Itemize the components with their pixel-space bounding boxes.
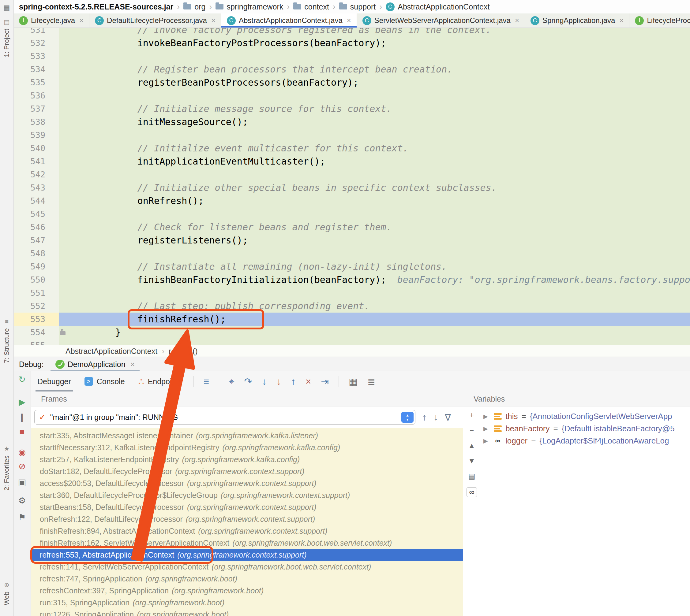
line-number[interactable]: 551 <box>14 286 59 300</box>
line-number[interactable]: 531 <box>14 27 59 37</box>
line-number[interactable]: 534 <box>14 63 59 76</box>
step-out-button[interactable]: ↑ <box>291 377 296 386</box>
frame-row[interactable]: finishRefresh:894, AbstractApplicationCo… <box>30 525 463 537</box>
close-icon[interactable]: × <box>211 16 215 25</box>
code-line[interactable]: 553 finishRefresh(); <box>14 313 690 326</box>
editor-tab-lifecycle-java[interactable]: I Lifecycle.java × <box>14 14 89 27</box>
close-icon[interactable]: × <box>347 16 351 25</box>
breadcrumb-item[interactable]: org <box>183 2 205 11</box>
code-line[interactable]: 532 invokeBeanFactoryPostProcessors(bean… <box>14 37 690 49</box>
line-number[interactable]: 545 <box>14 207 59 221</box>
close-icon[interactable]: × <box>130 360 135 369</box>
editor-tab-abstractapplicationcontext-java[interactable]: C AbstractApplicationContext.java × <box>221 14 357 27</box>
frame-row[interactable]: startBeans:158, DefaultLifecycleProcesso… <box>30 501 463 513</box>
frame-row[interactable]: onRefresh:122, DefaultLifecycleProcessor… <box>30 513 463 525</box>
stop-button[interactable]: ■ <box>14 427 30 437</box>
editor-tab-lifecycleprocess[interactable]: I LifecycleProcess × <box>629 14 690 27</box>
code-line[interactable]: 541 initApplicationEventMulticaster(); <box>14 155 690 168</box>
force-step-into-button[interactable]: ↓ <box>276 377 281 386</box>
breadcrumb-item[interactable]: spring-context-5.2.5.RELEASE-sources.jar <box>19 2 173 11</box>
frame-row[interactable]: run:315, SpringApplication (org.springfr… <box>30 597 463 609</box>
frame-row[interactable]: doStart:182, DefaultLifecycleProcessor (… <box>30 465 463 478</box>
breadcrumb-item[interactable]: support <box>339 2 376 11</box>
line-number[interactable]: 548 <box>14 247 59 260</box>
variable-row-this[interactable]: ▶ this = {AnnotationConfigServletWebServ… <box>483 410 690 422</box>
code-line[interactable]: 540 // Initialize event multicaster for … <box>14 141 690 155</box>
code-line[interactable]: 555 <box>14 339 690 345</box>
filter-frames-button[interactable]: ∇ <box>445 412 451 423</box>
resume-button[interactable]: ▶ <box>14 397 30 407</box>
breadcrumb-item-abstractapplicationcontext[interactable]: AbstractApplicationContext <box>65 347 158 356</box>
view-breakpoints-button[interactable]: ◉ <box>14 447 30 457</box>
editor-tab-springapplication-java[interactable]: C SpringApplication.java × <box>525 14 630 27</box>
thread-dump-button[interactable]: ▣ <box>14 477 30 487</box>
dropdown-stepper-icon[interactable]: ▴ ▾ <box>401 412 414 423</box>
layout-button[interactable]: ≡ <box>204 377 209 386</box>
breadcrumb-item[interactable]: context <box>293 2 329 11</box>
code-line[interactable]: 533 <box>14 49 690 63</box>
breadcrumb-item[interactable]: C AbstractApplicationContext <box>386 2 489 11</box>
frame-row[interactable]: start:257, KafkaListenerEndpointRegistry… <box>30 454 463 465</box>
frame-row[interactable]: refresh:141, ServletWebServerApplication… <box>30 561 463 573</box>
code-line[interactable]: 544 onRefresh(); <box>14 194 690 207</box>
code-line[interactable]: 535 registerBeanPostProcessors(beanFacto… <box>14 76 690 89</box>
code-line[interactable]: 549 // Instantiate all remaining (non-la… <box>14 260 690 273</box>
frame-row[interactable]: finishRefresh:162, ServletWebServerAppli… <box>30 537 463 549</box>
line-number[interactable]: 546 <box>14 221 59 234</box>
code-line[interactable]: 539 <box>14 129 690 141</box>
code-line[interactable]: 551 <box>14 286 690 300</box>
copy-value-button[interactable]: ▤ <box>468 472 475 481</box>
editor-tab-servletwebserverapplicationcontext-java[interactable]: C ServletWebServerApplicationContext.jav… <box>357 14 525 27</box>
line-number[interactable]: 552 <box>14 300 59 313</box>
code-line[interactable]: 538 initMessageSource(); <box>14 115 690 129</box>
code-editor[interactable]: 531 // Invoke factory processors registe… <box>14 27 690 345</box>
code-line[interactable]: 531 // Invoke factory processors registe… <box>14 27 690 37</box>
code-line[interactable]: 542 <box>14 168 690 181</box>
stripe-button-web[interactable]: ⊕ Web <box>0 581 14 605</box>
line-number[interactable]: 543 <box>14 181 59 194</box>
frame-row[interactable]: refresh:553, AbstractApplicationContext … <box>30 549 463 561</box>
stripe-button-2-favorites[interactable]: ★ 2: Favorites <box>0 445 14 490</box>
frame-row[interactable]: start:360, DefaultLifecycleProcessor$Lif… <box>30 489 463 501</box>
previous-frame-button[interactable]: ↑ <box>422 412 427 422</box>
line-number[interactable]: 553 <box>14 313 59 326</box>
variable-row-logger[interactable]: ▶ ∞ logger = {LogAdapter$Slf4jLocationAw… <box>483 435 690 447</box>
line-number[interactable]: 544 <box>14 194 59 207</box>
frame-row[interactable]: run:1226, SpringApplication (org.springf… <box>30 609 463 616</box>
thread-selector-dropdown[interactable]: ✓ "main"@1 in group "main": RUNNING ▴ ▾ <box>34 410 415 424</box>
code-line[interactable]: 543 // Initialize other special beans in… <box>14 181 690 194</box>
breadcrumb-item[interactable]: springframework <box>215 2 283 11</box>
code-line[interactable]: 534 // Register bean processors that int… <box>14 63 690 76</box>
stripe-button-7-structure[interactable]: ≡ 7: Structure <box>0 318 14 363</box>
frame-row[interactable]: refresh:747, SpringApplication (org.spri… <box>30 573 463 585</box>
line-number[interactable]: 539 <box>14 129 59 141</box>
navigate-up-button[interactable]: ▲ <box>468 441 475 450</box>
expand-arrow-icon[interactable]: ▶ <box>483 437 490 444</box>
navigate-down-button[interactable]: ▼ <box>468 457 475 465</box>
code-line[interactable]: 546 // Check for listener beans and regi… <box>14 221 690 234</box>
step-over-button[interactable]: ↷ <box>244 377 252 386</box>
expand-arrow-icon[interactable]: ▶ <box>483 413 490 420</box>
line-number[interactable]: 555 <box>14 339 59 345</box>
line-number[interactable]: 538 <box>14 115 59 129</box>
view-options-button[interactable]: ▦ <box>349 377 358 386</box>
tool-windows-icon[interactable]: ▦ <box>0 4 14 12</box>
debug-tab-debugger[interactable]: Debugger <box>36 371 73 392</box>
drop-frame-button[interactable]: × <box>306 377 311 386</box>
frame-row[interactable]: start:335, AbstractMessageListenerContai… <box>30 430 463 442</box>
close-icon[interactable]: × <box>79 16 84 25</box>
frame-row[interactable]: startIfNecessary:312, KafkaListenerEndpo… <box>30 442 463 454</box>
add-watch-button[interactable]: + <box>469 411 474 419</box>
code-line[interactable]: 536 <box>14 89 690 102</box>
rerun-button[interactable]: ↻ <box>14 374 30 384</box>
line-number[interactable]: 549 <box>14 260 59 273</box>
code-line[interactable]: 552 // Last step: publish corresponding … <box>14 300 690 313</box>
line-number[interactable]: 554 <box>14 326 59 339</box>
line-number[interactable]: 550 <box>14 273 59 286</box>
settings-button[interactable]: ⚙ <box>14 496 30 506</box>
show-execution-point-button[interactable]: ⌖ <box>229 377 234 386</box>
line-number[interactable]: 532 <box>14 37 59 49</box>
remove-watch-button[interactable]: − <box>469 426 474 435</box>
line-number[interactable]: 537 <box>14 102 59 115</box>
step-into-button[interactable]: ↓ <box>262 377 267 386</box>
